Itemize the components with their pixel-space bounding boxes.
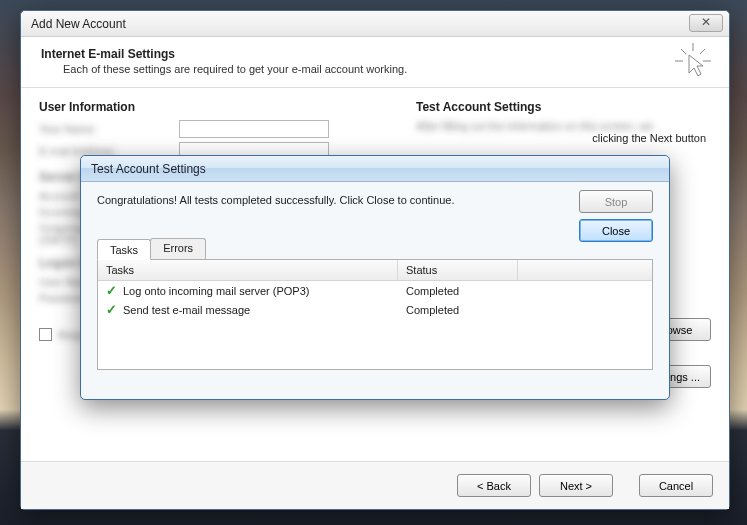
dialog-titlebar: Test Account Settings [81,156,669,182]
task-name: Log onto incoming mail server (POP3) [123,285,309,297]
cancel-button[interactable]: Cancel [639,474,713,497]
table-row: ✓Log onto incoming mail server (POP3) Co… [98,281,652,300]
tab-tasks[interactable]: Tasks [97,239,151,260]
spa-checkbox[interactable] [39,328,52,341]
wizard-header: Internet E-mail Settings Each of these s… [21,37,729,88]
tasks-table-body: ✓Log onto incoming mail server (POP3) Co… [98,281,652,369]
your-name-input[interactable] [179,120,329,138]
tasks-table-header: Tasks Status [98,260,652,281]
next-button[interactable]: Next > [539,474,613,497]
tab-errors[interactable]: Errors [150,238,206,259]
wizard-header-title: Internet E-mail Settings [41,47,709,61]
task-status: Completed [406,285,526,297]
task-status: Completed [406,304,526,316]
stop-button[interactable]: Stop [579,190,653,213]
tasks-panel: Tasks Status ✓Log onto incoming mail ser… [97,259,653,370]
task-name: Send test e-mail message [123,304,250,316]
col-tasks: Tasks [98,260,398,280]
svg-line-4 [700,49,705,54]
col-blank [518,260,652,280]
right-column: Test Account Settings After filling out … [416,100,706,144]
test-settings-blurb: After filling out the information on thi… [416,120,706,132]
tabstrip: Tasks Errors Tasks Status ✓Log onto inco… [97,238,653,370]
test-settings-blurb2: clicking the Next button [416,132,706,144]
wizard-title-text: Add New Account [31,17,126,31]
dialog-title-text: Test Account Settings [91,162,206,176]
svg-line-3 [681,49,686,54]
back-button[interactable]: < Back [457,474,531,497]
test-account-dialog: Test Account Settings Congratulations! A… [80,155,670,400]
wizard-footer: < Back Next > Cancel [21,461,729,509]
test-settings-heading: Test Account Settings [416,100,706,114]
wizard-close-button[interactable]: ✕ [689,14,723,32]
wizard-titlebar: Add New Account ✕ [21,11,729,37]
col-status: Status [398,260,518,280]
dialog-message: Congratulations! All tests completed suc… [97,194,477,206]
cursor-icon [675,43,711,79]
checkmark-icon: ✓ [106,283,117,298]
dialog-body: Congratulations! All tests completed suc… [81,182,669,399]
table-row: ✓Send test e-mail message Completed [98,300,652,319]
your-name-label: Your Name: [39,123,179,135]
checkmark-icon: ✓ [106,302,117,317]
user-info-heading: User Information [39,100,379,114]
wizard-header-subtitle: Each of these settings are required to g… [63,63,709,75]
